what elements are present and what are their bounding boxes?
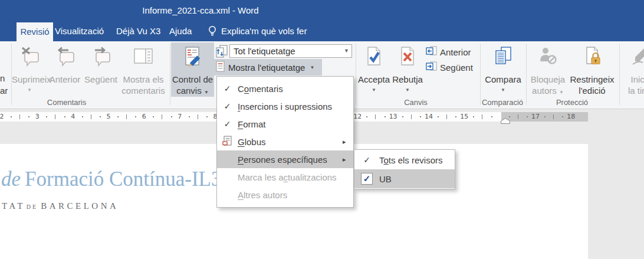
group-label-proteccio: Protecció <box>547 98 597 107</box>
ruler-tick <box>82 116 83 117</box>
next-comment-icon <box>83 46 119 71</box>
accept-icon <box>357 46 390 71</box>
previous-comment-icon <box>48 46 82 71</box>
menu-item-format[interactable]: ✓Format <box>217 115 353 133</box>
ruler-tick <box>100 116 101 117</box>
menu-item-label: Persones específiques <box>238 155 343 165</box>
show-comments-icon <box>120 46 166 69</box>
ruler-tick <box>189 116 190 117</box>
ruler-tick <box>411 114 412 119</box>
ruler-number: 13 <box>389 113 397 120</box>
previous-comment-button[interactable]: Anterior <box>48 42 82 97</box>
tell-me-label: Explica'm què vols fer <box>221 26 307 36</box>
ruler-tick <box>198 114 198 119</box>
track-changes-button[interactable]: Control de canvis ▼ <box>171 42 214 97</box>
menu-item-label: Insercions i supressions <box>238 101 353 112</box>
ruler-tick <box>64 116 65 117</box>
ruler-tick <box>91 114 91 119</box>
right-indent-marker[interactable] <box>501 116 510 126</box>
menu-item-comentaris[interactable]: ✓Comentaris <box>217 80 353 97</box>
ruler-tick <box>117 116 119 117</box>
ruler-tick <box>482 114 482 119</box>
ruler-number: 5 <box>106 113 110 120</box>
menu-item-label: Marca les actualitzacions <box>238 172 353 182</box>
dropdown-caret: ▼ <box>310 65 314 70</box>
group-separator <box>526 44 527 105</box>
checkbox-slot: ✓ <box>354 173 379 185</box>
heading-italic-part: de <box>1 168 21 191</box>
checkmark-icon: ✓ <box>217 119 238 129</box>
restrict-editing-icon <box>567 46 617 70</box>
dropdown-caret: ▼ <box>391 87 424 93</box>
show-comments-button[interactable]: Mostra els comentaris <box>120 42 166 97</box>
ruler-number: 2 <box>0 113 4 120</box>
ribbon-tab-row: Revisió Visualització Déjà Vu X3 Ajuda E… <box>0 21 644 41</box>
compare-icon <box>484 46 523 69</box>
next-change-button[interactable]: Següent <box>426 61 473 74</box>
ruler-tick <box>455 116 456 117</box>
ruler-tick <box>171 116 172 117</box>
ruler-tick <box>28 116 29 117</box>
menu-item-persones-especifiques[interactable]: Persones específiques▸ <box>217 150 353 168</box>
submenu-item-ub[interactable]: ✓UB <box>354 169 455 188</box>
ruler-tick <box>491 116 492 117</box>
menu-item-globus[interactable]: Globus▸ <box>217 133 353 150</box>
next-change-icon <box>426 61 437 74</box>
show-markup-menu: ✓Comentaris✓Insercions i supressions✓For… <box>216 76 354 208</box>
ruler-tick <box>153 116 154 117</box>
ruler-number: 12 <box>353 113 362 120</box>
menu-item-insercions-i-supressions[interactable]: ✓Insercions i supressions <box>217 97 353 115</box>
reject-button[interactable]: Rebutja ▼ <box>391 42 424 97</box>
menu-item-altres-autors[interactable]: Altres autors <box>217 186 353 204</box>
ruler-tick <box>55 114 55 119</box>
clipped-left-button[interactable]: n ari <box>0 72 8 97</box>
checked-checkbox: ✓ <box>361 173 373 185</box>
start-inking-button[interactable]: Inicia la tinta <box>623 42 644 97</box>
checkmark-icon: ✓ <box>217 101 238 111</box>
track-changes-icon <box>171 46 214 74</box>
ruler-tick <box>375 114 376 119</box>
ruler-tick <box>366 116 367 117</box>
specific-people-submenu: ✓Tots els revisors✓UB <box>354 149 455 189</box>
ruler-tick <box>402 116 403 117</box>
ruler-tick <box>385 116 386 117</box>
ruler-number: 18 <box>567 113 575 120</box>
tab-deja-vu-x3[interactable]: Déjà Vu X3 <box>116 21 160 41</box>
ruler-tick <box>46 116 47 117</box>
compare-button[interactable]: Compara ▼ <box>484 42 523 97</box>
menu-item-marca-les-actualitzacions[interactable]: Marca les actualitzacions <box>217 168 353 186</box>
next-comment-button[interactable]: Següent <box>83 42 119 97</box>
delete-comment-icon <box>12 46 47 71</box>
previous-change-button[interactable]: Anterior <box>426 46 471 58</box>
delete-comment-button[interactable]: Suprimeix ▼ <box>12 42 47 97</box>
submenu-item-label: Tots els revisors <box>379 155 455 165</box>
group-separator <box>480 44 481 105</box>
tab-tell-me[interactable]: Explica'm què vols fer <box>208 21 307 41</box>
ruler-number: 14 <box>425 113 433 120</box>
display-for-review-combobox[interactable] <box>229 44 352 58</box>
tab-revisio[interactable]: Revisió <box>17 22 53 41</box>
tab-visualitzacio[interactable]: Visualització <box>55 21 104 41</box>
show-markup-button[interactable]: Mostra l'etiquetatge ▼ <box>212 59 322 76</box>
show-markup-icon <box>216 61 225 74</box>
checkmark-icon: ✓ <box>217 84 238 93</box>
combobox-arrow-icon: ▼ <box>344 48 349 54</box>
dropdown-caret: ▼ <box>12 87 47 93</box>
accept-button[interactable]: Accepta ▼ <box>357 42 390 97</box>
group-label-comentaris: Comentaris <box>35 98 98 107</box>
restrict-editing-button[interactable]: Restringeix l'edició <box>567 42 617 97</box>
block-authors-button[interactable]: Bloqueja autors ▼ <box>530 42 566 97</box>
tab-ajuda[interactable]: Ajuda <box>169 21 192 41</box>
word-window: Informe_2021-cca.xml - Word Revisió Visu… <box>0 0 644 259</box>
ruler-number: 7 <box>178 113 182 120</box>
ruler-tick <box>126 114 127 119</box>
submenu-item-tots-els-revisors[interactable]: ✓Tots els revisors <box>354 150 455 169</box>
ruler-tick <box>162 114 162 119</box>
ruler-tick <box>11 116 12 117</box>
ruler-tick <box>135 116 136 117</box>
block-authors-icon <box>530 46 566 68</box>
ruler-tick <box>562 116 563 117</box>
ruler-tick <box>206 116 208 117</box>
document-subtitle: TATDEBARCELONA <box>2 201 119 211</box>
menu-item-label: Altres autors <box>238 190 353 200</box>
